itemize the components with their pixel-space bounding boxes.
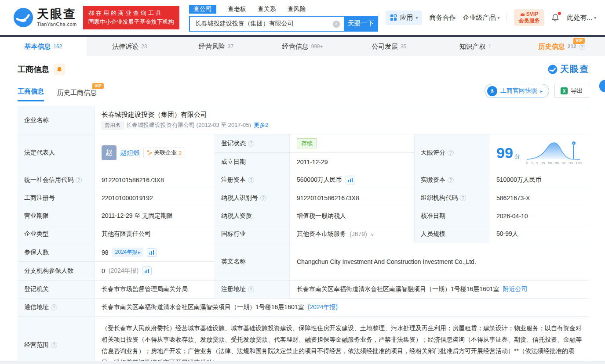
stamp-icon bbox=[487, 86, 497, 96]
trend-chart-icon[interactable] bbox=[346, 176, 355, 184]
company-name-cell: 长春城投建设投资（集团）有限公司 曾用名 长春城投建设投资有限公司 (2012-… bbox=[95, 106, 589, 134]
paid-capital-label: 实缴资本 bbox=[415, 171, 489, 189]
question-icon[interactable] bbox=[448, 150, 454, 156]
subtab-business-info[interactable]: 工商信息 bbox=[18, 87, 44, 101]
export-label: 导出 bbox=[571, 87, 583, 95]
search-tab-relation[interactable]: 查关系 bbox=[258, 5, 276, 13]
business-info-table: 企业名称 长春城投建设投资（集团）有限公司 曾用名 长春城投建设投资有限公司 (… bbox=[18, 106, 589, 364]
tab-intellectual-property[interactable]: 知识产权 1 bbox=[432, 37, 519, 56]
mail-address-report-link[interactable]: (2024年报) bbox=[308, 303, 338, 311]
nav-cooperation[interactable]: 商务合作 bbox=[429, 14, 456, 22]
reg-status-cell: 存续 bbox=[290, 134, 414, 153]
tab-company-development[interactable]: 公司发展 35 bbox=[346, 37, 432, 56]
search-tab-risk[interactable]: 查风险 bbox=[288, 5, 306, 13]
search-tab-company[interactable]: 查公司 bbox=[189, 5, 216, 14]
apps-menu[interactable]: 应用 ▾ bbox=[386, 11, 422, 25]
tab-operation-risk[interactable]: 经营风险 37 bbox=[173, 37, 259, 56]
taxpayer-id-label-text: 纳税人识别号 bbox=[221, 194, 258, 202]
establish-date-value: 2011-12-29 bbox=[290, 153, 414, 171]
axis-tick: 3 bbox=[536, 161, 538, 165]
tab-basic-info[interactable]: 基本信息 162 bbox=[0, 37, 87, 56]
search-tab-boss[interactable]: 查老板 bbox=[228, 5, 246, 13]
reg-capital-value: 560000万人民币 bbox=[297, 176, 342, 184]
chevron-down-icon[interactable] bbox=[371, 231, 374, 238]
question-icon[interactable] bbox=[248, 141, 254, 147]
trend-chart-icon[interactable] bbox=[142, 267, 152, 275]
question-icon[interactable] bbox=[248, 286, 254, 292]
question-icon[interactable] bbox=[76, 177, 82, 183]
question-icon[interactable] bbox=[448, 177, 454, 183]
former-name-more-link[interactable]: 更多2 bbox=[254, 121, 268, 129]
content-watermark-logo: 天眼查 bbox=[548, 63, 589, 75]
official-snapshot-button[interactable]: 工商官网快照 ▸ bbox=[485, 84, 549, 98]
subtab-history-business-info[interactable]: VIP 历史工商信息 bbox=[57, 89, 97, 101]
tab-history-info[interactable]: VIP 历史信息 212 bbox=[518, 37, 605, 56]
table-row: 营业期限 2011-12-29 至 无固定期限 纳税人资质 增值税一般纳税人 核… bbox=[18, 207, 589, 225]
axis-tick: 97 bbox=[562, 161, 566, 165]
notification-button[interactable] bbox=[551, 13, 560, 22]
company-type-label: 企业类型 bbox=[18, 225, 95, 243]
industry-label: 国标行业 bbox=[215, 225, 290, 243]
svip-member-button[interactable]: SVIP 会员服务 bbox=[514, 9, 544, 26]
industry-value: 其他资本市场服务 bbox=[297, 230, 346, 238]
legal-rep-label: 法定代表人 bbox=[18, 134, 95, 171]
table-row: 法定代表人 赵 赵炟煅 关联企业 2 bbox=[18, 134, 589, 171]
search-row: × 天眼一下 bbox=[189, 16, 378, 32]
related-companies-badge[interactable]: 关联企业 2 bbox=[143, 148, 185, 158]
nearby-companies-link[interactable]: 附近公司 bbox=[503, 285, 528, 293]
reg-number-label: 工商注册号 bbox=[18, 189, 95, 207]
search-input[interactable] bbox=[195, 20, 330, 27]
question-icon[interactable] bbox=[51, 304, 57, 310]
question-icon[interactable] bbox=[460, 195, 466, 201]
vip-badge: VIP bbox=[92, 83, 104, 89]
business-term-label: 营业期限 bbox=[18, 207, 95, 225]
trend-chart-icon[interactable] bbox=[147, 248, 157, 257]
axis-tick: 1 bbox=[531, 161, 533, 165]
industry-code: (J679) bbox=[350, 231, 367, 238]
question-icon[interactable] bbox=[248, 177, 254, 183]
divider bbox=[378, 13, 379, 22]
legal-rep-avatar[interactable]: 赵 bbox=[102, 145, 117, 160]
search-button[interactable]: 天眼一下 bbox=[344, 16, 378, 32]
tab-operation-info[interactable]: 经营信息 999+ bbox=[259, 37, 346, 56]
export-button[interactable]: X 导出 bbox=[554, 84, 589, 98]
score-cell[interactable]: 99 分 bbox=[489, 134, 589, 171]
site-logo[interactable]: 天眼查 TianYanCha.com bbox=[13, 7, 77, 28]
industry-cell: 其他资本市场服务 (J679) bbox=[290, 225, 415, 243]
subscribe-bell-button[interactable] bbox=[54, 64, 65, 75]
question-icon[interactable] bbox=[579, 43, 585, 50]
reg-number-value: 220101000019192 bbox=[95, 189, 215, 207]
english-name-label: 英文名称 bbox=[215, 243, 290, 280]
tab-count: 1 bbox=[488, 43, 492, 50]
related-companies-count: 2 bbox=[179, 150, 182, 156]
arrow-right-icon: ▸ bbox=[540, 89, 543, 94]
staff-size-value: 50-99人 bbox=[489, 225, 589, 243]
section-actions: 工商官网快照 ▸ X 导出 bbox=[485, 84, 589, 101]
main-content: 工商信息 天眼查 工商信息 VIP 历史工商信息 bbox=[0, 56, 605, 364]
table-row: 经营范围 （受长春市人民政府委托）经营城市基础设施、城市基础设施投资建设、保障性… bbox=[18, 317, 589, 364]
logo-title: 天眼查 bbox=[37, 8, 77, 20]
apps-label: 应用 bbox=[400, 14, 413, 22]
legal-rep-name-link[interactable]: 赵炟煅 bbox=[120, 149, 140, 157]
watermark-text: 天眼查 bbox=[560, 63, 589, 75]
clear-icon[interactable]: × bbox=[333, 21, 340, 28]
question-icon[interactable] bbox=[51, 342, 57, 348]
user-menu[interactable]: 此处有... ▾ bbox=[567, 14, 596, 22]
nav-enterprise[interactable]: 企业级产品 ▾ bbox=[463, 14, 499, 22]
annual-report-badge[interactable]: 2024年报 ▸ bbox=[112, 248, 144, 257]
subtab-label: 历史工商信息 bbox=[57, 89, 97, 96]
axis-tick: 50 bbox=[548, 161, 552, 165]
tianyancha-logo-icon bbox=[13, 7, 33, 28]
staff-size-label: 人员规模 bbox=[415, 225, 489, 243]
tab-legal[interactable]: 法律诉讼 23 bbox=[87, 37, 173, 56]
uscc-value: 9122010158621673X8 bbox=[95, 171, 215, 189]
question-icon[interactable] bbox=[260, 195, 266, 201]
axis-tick: 0 bbox=[526, 161, 528, 165]
search-tabs: 查公司 查老板 查关系 查风险 bbox=[189, 4, 378, 14]
uscc-label: 统一社会信用代码 bbox=[18, 171, 95, 189]
tab-count: 212 bbox=[568, 43, 576, 50]
search-input-wrap: × bbox=[189, 16, 344, 32]
score-curve-chart: 0 1 3 15 50 85 97 99 100 bbox=[526, 141, 582, 165]
crown-icon bbox=[520, 12, 525, 16]
user-menu-label: 此处有... bbox=[567, 14, 592, 22]
